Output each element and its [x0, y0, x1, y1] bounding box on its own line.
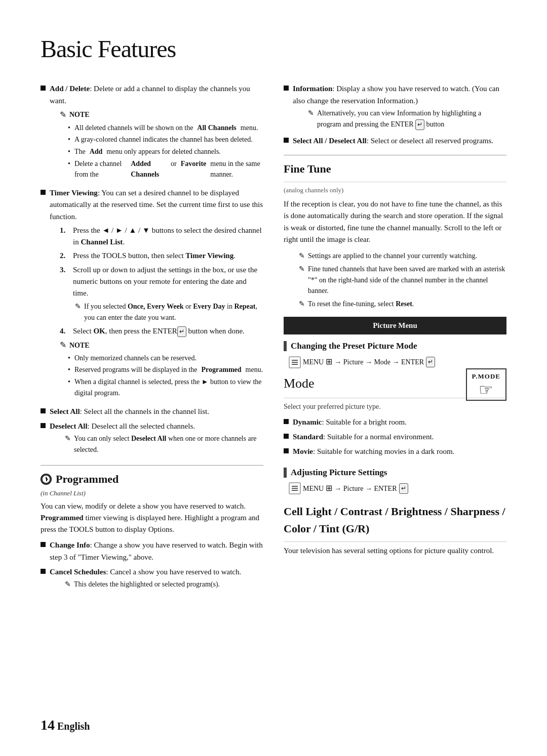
timer-note: ✎ NOTE Only memorized channels can be re…	[60, 339, 263, 399]
bullet-square	[41, 569, 46, 574]
adjusting-section: Adjusting Picture Settings MENU ⊞ → Pict…	[284, 466, 506, 495]
page: Basic Features Add / Delete: Delete or a…	[0, 0, 547, 756]
svg-rect-3	[292, 360, 298, 361]
picture-menu-bar: Picture Menu	[284, 317, 506, 334]
left-column: Add / Delete: Delete or add a channel to…	[41, 83, 263, 595]
timer-viewing-label: Timer Viewing: You can set a desired cha…	[50, 189, 263, 221]
deselect-all-item: Deselect All: Deselect all the selected …	[41, 421, 263, 457]
fine-tune-section: Fine Tune (analog channels only) If the …	[284, 160, 506, 310]
svg-rect-6	[292, 486, 298, 487]
pencil-icon: ✎	[75, 301, 81, 323]
svg-point-0	[42, 475, 50, 483]
bullet-square	[284, 434, 289, 439]
adjusting-menu-path: MENU ⊞ → Picture → ENTER ↵	[289, 482, 506, 495]
bullet-square	[41, 408, 46, 413]
step-2: 2. Press the TOOLS button, then select T…	[60, 250, 263, 262]
information-sub-note: ✎ Alternatively, you can view Informatio…	[308, 108, 506, 130]
right-column: Information: Display a show you have res…	[284, 83, 506, 595]
bullet-square	[284, 138, 289, 143]
add-delete-content: Add / Delete: Delete or add a channel to…	[50, 83, 263, 184]
step-1: 1. Press the ◄ / ► / ▲ / ▼ buttons to se…	[60, 225, 263, 248]
fine-tune-note-1: ✎ Settings are applied to the channel yo…	[299, 250, 506, 262]
information-item: Information: Display a show you have res…	[284, 83, 506, 132]
clock-icon	[41, 474, 52, 485]
bullet-square	[41, 542, 46, 547]
note-subbullet-3: The Add menu only appears for deleted ch…	[68, 146, 263, 157]
bullet-square	[284, 419, 289, 424]
add-delete-label: Add / Delete: Delete or add a channel to…	[50, 85, 250, 104]
cancel-sub-note: ✎ This deletes the highlighted or select…	[65, 579, 263, 590]
adjusting-heading: Adjusting Picture Settings	[284, 466, 506, 479]
cell-light-description: Your television has several setting opti…	[284, 545, 506, 557]
timer-viewing-item: Timer Viewing: You can set a desired cha…	[41, 187, 263, 402]
timer-note-3: When a digital channel is selected, pres…	[68, 376, 263, 398]
information-content: Information: Display a show you have res…	[293, 83, 506, 132]
pmode-badge: P.MODE ☞	[466, 368, 506, 401]
pencil-icon: ✎	[65, 433, 71, 455]
analog-note: (analog channels only)	[284, 185, 506, 195]
svg-rect-7	[292, 488, 298, 489]
mode-subtext: Select your preferred picture type.	[284, 401, 506, 412]
mode-dynamic-content: Dynamic: Suitable for a bright room.	[293, 416, 506, 428]
timer-note-1: Only memorized channels can be reserved.	[68, 353, 263, 364]
bullet-square	[284, 448, 289, 453]
mode-standard: Standard: Suitable for a normal environm…	[284, 431, 506, 443]
bullet-square	[41, 86, 46, 91]
pencil-icon: ✎	[60, 339, 66, 352]
pencil-icon: ✎	[308, 108, 314, 130]
mode-dynamic: Dynamic: Suitable for a bright room.	[284, 416, 506, 428]
pencil-icon: ✎	[299, 264, 305, 297]
step-3-sub-note: ✎ If you selected Once, Every Week or Ev…	[75, 301, 263, 323]
timer-viewing-steps: 1. Press the ◄ / ► / ▲ / ▼ buttons to se…	[60, 225, 263, 337]
two-column-layout: Add / Delete: Delete or add a channel to…	[41, 83, 506, 595]
page-footer: 14 English	[41, 714, 506, 736]
fine-tune-description: If the reception is clear, you do not ha…	[284, 198, 506, 245]
enter-button-icon: ↵	[177, 326, 186, 337]
menu-icon	[289, 482, 301, 494]
pencil-icon: ✎	[299, 299, 305, 310]
cell-light-section: Cell Light / Contrast / Brightness / Sha…	[284, 503, 506, 557]
programmed-sub-label: (in Channel List)	[41, 488, 263, 498]
bullet-square	[41, 423, 46, 428]
enter-icon: ↵	[399, 483, 408, 494]
step-3: 3. Scroll up or down to adjust the setti…	[60, 264, 263, 300]
footer-page-number: 14 English	[41, 714, 90, 736]
timer-note-2: Reserved programs will be displayed in t…	[68, 364, 263, 375]
programmed-heading: Programmed	[41, 471, 263, 488]
mode-section: Mode Select your preferred picture type.…	[284, 373, 506, 461]
cell-light-heading: Cell Light / Contrast / Brightness / Sha…	[284, 503, 506, 537]
change-info-content: Change Info: Change a show you have rese…	[50, 539, 263, 563]
note-label: ✎ NOTE	[60, 109, 263, 121]
enter-icon: ↵	[426, 357, 435, 367]
mode-movie: Movie: Suitable for watching movies in a…	[284, 446, 506, 457]
deselect-all-content: Deselect All: Deselect all the selected …	[50, 421, 263, 457]
mode-standard-content: Standard: Suitable for a normal environm…	[293, 431, 506, 443]
mode-movie-content: Movie: Suitable for watching movies in a…	[293, 446, 506, 457]
fine-tune-thin-divider	[284, 182, 506, 182]
svg-rect-8	[292, 490, 298, 491]
select-all-item: Select All: Select all the channels in t…	[41, 406, 263, 417]
pmode-hand-icon: ☞	[472, 382, 500, 398]
programmed-description: You can view, modify or delete a show yo…	[41, 500, 263, 536]
note-label-2: ✎ NOTE	[60, 339, 263, 352]
fine-tune-heading: Fine Tune	[284, 160, 506, 178]
changing-preset-heading: Changing the Preset Picture Mode	[284, 340, 506, 353]
step-4: 4. Select OK, then press the ENTER↵ butt…	[60, 325, 263, 337]
timer-viewing-content: Timer Viewing: You can set a desired cha…	[50, 187, 263, 402]
deselect-sub-note: ✎ You can only select Deselect All when …	[65, 433, 263, 455]
add-delete-item: Add / Delete: Delete or add a channel to…	[41, 83, 263, 184]
enter-button-icon: ↵	[415, 119, 424, 130]
fine-tune-note-2: ✎ Fine tuned channels that have been sav…	[299, 264, 506, 297]
svg-rect-4	[292, 362, 298, 363]
fine-tune-note-3: ✎ To reset the fine-tuning, select Reset…	[299, 299, 506, 310]
bullet-square	[41, 190, 46, 195]
section-divider	[41, 465, 263, 466]
change-info-item: Change Info: Change a show you have rese…	[41, 539, 263, 563]
cell-light-divider	[284, 541, 506, 542]
add-delete-note: ✎ NOTE All deleted channels will be show…	[60, 109, 263, 180]
preset-menu-path: MENU ⊞ → Picture → Mode → ENTER ↵	[289, 356, 506, 368]
cancel-schedules-item: Cancel Schedules: Cancel a show you have…	[41, 566, 263, 592]
page-title: Basic Features	[41, 30, 506, 68]
select-all-content: Select All: Select all the channels in t…	[50, 406, 263, 417]
pencil-icon: ✎	[299, 250, 305, 262]
